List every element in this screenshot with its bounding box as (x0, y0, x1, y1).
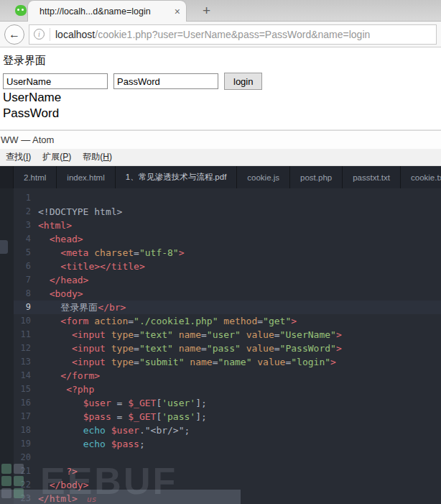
menu-item[interactable]: 查找(I) (0, 151, 37, 163)
line-number: 17 (14, 410, 38, 423)
browser-tab[interactable]: http://localh...d&name=login × (27, 0, 187, 22)
code-text: echo $user."<br/>"; (38, 423, 441, 437)
menu-item[interactable]: 扩展(P) (37, 151, 77, 163)
line-number: 12 (14, 342, 38, 355)
code-line[interactable]: 14 </form> (14, 369, 441, 382)
code-text: $pass = $_GET['pass']; (38, 410, 441, 423)
back-button[interactable]: ← (4, 24, 24, 45)
login-button[interactable]: login (224, 73, 262, 90)
tab-title: http://localh...d&name=login (40, 6, 170, 17)
code-text: <meta charset="utf-8"> (38, 246, 441, 260)
code-line[interactable]: 10 <form action="./cookie1.php" method="… (14, 314, 441, 328)
code-area[interactable]: 12<!DOCTYPE html>3<html>4 <head>5 <meta … (14, 188, 441, 504)
code-text: </form> (38, 369, 441, 382)
new-tab-button[interactable]: + (195, 1, 218, 20)
url-text[interactable]: localhost/cookie1.php?user=UserName&pass… (55, 29, 370, 40)
atom-menu-bar: 查找(I)扩展(P)帮助(H) (0, 149, 441, 166)
code-line[interactable]: 8 <body> (14, 287, 441, 301)
code-text: </head> (38, 273, 441, 287)
code-line[interactable]: 12 <input type="text" name="pass" value=… (14, 342, 441, 355)
login-heading: 登录界面 (3, 54, 438, 68)
line-number: 9 (14, 301, 38, 314)
code-line[interactable]: 18 echo $user."<br/>"; (14, 423, 441, 437)
line-number: 1 (14, 191, 38, 205)
atom-left-dock-stub (0, 166, 14, 188)
code-text: <input type="text" name="pass" value="Pa… (38, 342, 441, 355)
code-line[interactable]: 4 <head> (14, 232, 441, 246)
code-text: <body> (38, 287, 441, 301)
line-number: 10 (14, 314, 38, 328)
line-number: 15 (14, 382, 38, 396)
webpage-content: 登录界面 login UserName PassWord (0, 47, 441, 130)
code-line[interactable]: 13 <input type="submit" name="name" valu… (14, 355, 441, 369)
dock-scroll-marker (0, 240, 8, 254)
freebuf-watermark: EEBUF (40, 459, 177, 503)
line-number: 11 (14, 328, 38, 342)
line-number: 8 (14, 287, 38, 301)
atom-tab[interactable]: cookie.txt (401, 166, 441, 188)
code-line[interactable]: 9 登录界面</br> (14, 301, 441, 314)
line-number: 16 (14, 396, 38, 410)
code-text: 登录界面</br> (38, 301, 441, 314)
line-number: 19 (14, 437, 38, 451)
atom-tab[interactable]: cookie.js (237, 166, 290, 188)
line-number: 14 (14, 369, 38, 382)
line-number: 7 (14, 273, 38, 287)
echo-username: UserName (3, 90, 438, 106)
code-text: echo $pass; (38, 437, 441, 451)
wechat-favicon-icon (15, 5, 27, 16)
code-text: <form action="./cookie1.php" method="get… (38, 314, 441, 328)
line-number: 18 (14, 423, 38, 437)
code-line[interactable]: 11 <input type="text" name="user" value=… (14, 328, 441, 342)
line-number: 4 (14, 232, 38, 246)
code-line[interactable]: 5 <meta charset="utf-8"> (14, 246, 441, 260)
code-text: <?php (38, 382, 441, 396)
code-text: <head> (38, 232, 441, 246)
username-input[interactable] (3, 73, 108, 89)
atom-window-title: WW — Atom (1, 134, 54, 145)
line-number: 2 (14, 205, 38, 219)
info-icon[interactable]: i (34, 29, 45, 40)
atom-tab[interactable]: 1、常见渗透技术与流程.pdf (116, 166, 238, 188)
browser-nav-bar: ← i localhost/cookie1.php?user=UserName&… (0, 22, 441, 47)
atom-tab-strip: 2.htmlindex.html1、常见渗透技术与流程.pdfcookie.js… (0, 166, 441, 188)
atom-tab[interactable]: passtxt.txt (343, 166, 401, 188)
code-text: <input type="submit" name="name" value="… (38, 355, 441, 369)
code-line[interactable]: 15 <?php (14, 382, 441, 396)
atom-tab[interactable]: index.html (57, 166, 115, 188)
line-number: 20 (14, 451, 38, 464)
atom-editor[interactable]: 12<!DOCTYPE html>3<html>4 <head>5 <meta … (0, 188, 441, 504)
code-text: <!DOCTYPE html> (38, 205, 441, 219)
password-input[interactable] (113, 73, 218, 89)
code-text: <html> (38, 219, 441, 232)
atom-tab[interactable]: 2.html (14, 166, 57, 188)
login-form: login (3, 73, 438, 90)
address-bar[interactable]: i localhost/cookie1.php?user=UserName&pa… (29, 24, 437, 45)
url-divider (50, 28, 50, 41)
code-text (38, 191, 441, 205)
url-host: localhost (55, 29, 95, 40)
code-line[interactable]: 19 echo $pass; (14, 437, 441, 451)
freebuf-logo-icon (1, 464, 26, 501)
atom-tab[interactable]: post.php (290, 166, 343, 188)
code-text: <input type="text" name="user" value="Us… (38, 328, 441, 342)
atom-left-dock (0, 188, 14, 504)
line-number: 3 (14, 219, 38, 232)
code-line[interactable]: 16 $user = $_GET['user']; (14, 396, 441, 410)
line-number: 13 (14, 355, 38, 369)
code-line[interactable]: 6 <title></title> (14, 260, 441, 273)
tab-close-icon[interactable]: × (175, 6, 180, 17)
code-text: $user = $_GET['user']; (38, 396, 441, 410)
echo-password: PassWord (3, 106, 438, 122)
url-path: /cookie1.php?user=UserName&pass=PassWord… (95, 29, 370, 40)
code-line[interactable]: 2<!DOCTYPE html> (14, 205, 441, 219)
code-line[interactable]: 17 $pass = $_GET['pass']; (14, 410, 441, 423)
browser-tab-bar: http://localh...d&name=login × + (0, 0, 441, 22)
code-text: <title></title> (38, 260, 441, 273)
code-line[interactable]: 1 (14, 191, 441, 205)
atom-title-bar: WW — Atom (0, 130, 441, 149)
menu-item[interactable]: 帮助(H) (77, 151, 118, 163)
line-number: 5 (14, 246, 38, 260)
code-line[interactable]: 7 </head> (14, 273, 441, 287)
code-line[interactable]: 3<html> (14, 219, 441, 232)
